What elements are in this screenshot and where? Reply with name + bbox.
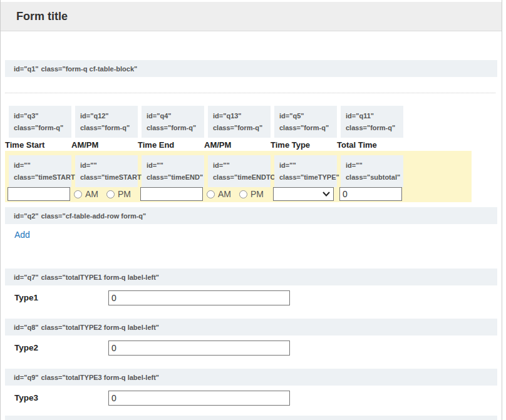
cell-subtotal: id="" class="subtotal" [337,155,403,187]
type2-label: Type2 [5,343,108,352]
add-row-link[interactable]: Add [14,229,30,240]
class-attr-text: class="form-q cf-table-block" [41,65,137,73]
column-header-time-end: Time End [138,140,204,151]
type1-label: Type1 [5,293,108,302]
column-header-time-start: Time Start [5,140,71,151]
id-attr-text: id="" [213,160,271,172]
id-attr-text: id="q1" [14,65,38,73]
next-block-id-label-partial [5,416,497,420]
type2-total-input[interactable] [108,341,290,356]
class-attr-text: class="form-q" [14,122,71,134]
am-radio-label: AM [85,189,98,199]
cell-time-start-tod: id="" class="timeSTARTTOD" [71,155,138,187]
total-type2-row: Type2 [5,340,497,356]
class-attr-text: class="form-q" [80,122,138,134]
form-content: id="q1" class="form-q cf-table-block" id… [1,60,502,420]
column-header-total-time: Total Time [337,140,403,151]
id-attr-text: id="" [147,160,204,172]
am-option-start[interactable]: AM [74,189,98,199]
class-attr-text: class="form-q" [213,122,271,134]
column-id-label: id="q3" class="form-q" [9,106,71,138]
type1-total-input[interactable] [108,290,290,305]
class-attr-text: class="timeSTARTTOD" [80,172,138,183]
total-type2-section: id="q8" class="totalTYPE2 form-q label-l… [5,319,497,356]
pm-option-end[interactable]: PM [239,189,264,199]
class-attr-text: class="totalTYPE2 form-q label-left" [41,324,159,331]
pm-radio-label: PM [118,189,131,199]
ctl-time-start-tod: AM PM [71,189,138,199]
cell-id-labels: id="" class="timeSTART" id="" class="tim… [5,155,472,187]
am-radio-end[interactable] [207,190,215,198]
cell-id-label: id="" class="timeEND" [142,155,204,187]
form-header: Form title [1,2,502,31]
class-attr-text: class="timeSTART" [14,172,71,183]
id-attr-text: id="q3" [14,110,71,122]
time-type-select[interactable] [273,187,334,201]
time-start-input[interactable] [8,187,70,201]
id-attr-text: id="" [14,160,71,172]
ctl-time-start [5,187,71,201]
type3-total-input[interactable] [108,391,290,406]
id-attr-text: id="q12" [80,110,138,122]
column-id-label: id="q12" class="form-q" [75,106,138,138]
form-page: Form title id="q1" class="form-q cf-tabl… [0,0,502,420]
row-controls: AM PM AM [5,187,472,201]
time-start-tod-radios: AM PM [74,189,131,199]
column-id-label: id="q13" class="form-q" [208,106,271,138]
id-attr-text: id="" [279,160,337,172]
column-am-pm-start: id="q12" class="form-q" AM/PM [71,106,138,151]
id-attr-text: id="" [80,160,138,172]
block-id-label-q9: id="q9" class="totalTYPE3 form-q label-l… [5,369,497,386]
cell-time-end-tod: id="" class="timeENDTOD" [204,155,271,187]
cell-id-label: id="" class="timeENDTOD" [208,155,271,187]
table-column-headers: id="q3" class="form-q" Time Start id="q1… [5,106,497,151]
class-attr-text: class="timeENDTOD" [213,172,271,183]
id-attr-text: id="q7" [14,274,38,281]
class-attr-text: class="form-q" [147,122,204,134]
pm-radio-label: PM [250,189,264,199]
pm-option-start[interactable]: PM [106,189,131,199]
column-header-am-pm-start: AM/PM [71,140,138,151]
column-time-type: id="q5" class="form-q" Time Type [271,106,337,151]
id-attr-text: id="q8" [14,324,38,331]
cell-time-type: id="" class="timeTYPE" [271,155,337,187]
class-attr-text: class="timeEND" [147,172,204,183]
time-type-select-wrap [273,187,334,201]
column-header-time-type: Time Type [271,140,337,151]
class-attr-text: class="totalTYPE1 form-q label-left" [41,274,159,281]
column-time-start: id="q3" class="form-q" Time Start [5,106,71,151]
class-attr-text: class="timeTYPE" [279,172,337,183]
block-id-label-q8: id="q8" class="totalTYPE2 form-q label-l… [5,319,497,335]
cell-id-label: id="" class="timeSTART" [9,155,71,187]
id-attr-text: id="q9" [14,374,38,381]
column-id-label: id="q5" class="form-q" [274,106,337,138]
am-radio-label: AM [218,189,231,199]
total-type3-row: Type3 [5,390,497,406]
class-attr-text: class="form-q" [346,122,403,134]
cell-time-start: id="" class="timeSTART" [5,155,71,187]
subtotal-input[interactable] [339,187,402,201]
block-id-label-q1: id="q1" class="form-q cf-table-block" [5,60,497,77]
page-title: Form title [16,10,68,23]
type3-label: Type3 [5,393,108,402]
column-id-label: id="q4" class="form-q" [142,106,204,138]
id-attr-text: id="q2" [14,212,38,220]
table-entry-row: id="" class="timeSTART" id="" class="tim… [5,151,472,202]
am-option-end[interactable]: AM [207,189,231,199]
am-radio-start[interactable] [74,190,82,198]
cell-id-label: id="" class="timeTYPE" [274,155,337,187]
block-id-label-q7: id="q7" class="totalTYPE1 form-q label-l… [5,269,497,285]
column-total-time: id="q11" class="form-q" Total Time [337,106,403,151]
column-am-pm-end: id="q13" class="form-q" AM/PM [204,106,271,151]
column-time-end: id="q4" class="form-q" Time End [138,106,204,151]
ctl-subtotal [337,187,403,201]
cell-time-end: id="" class="timeEND" [138,155,204,187]
pm-radio-end[interactable] [239,190,247,198]
class-attr-text: class="totalTYPE3 form-q label-left" [41,374,159,381]
pm-radio-start[interactable] [106,190,115,198]
total-type3-section: id="q9" class="totalTYPE3 form-q label-l… [5,369,497,406]
dotted-separator [5,93,495,93]
time-end-input[interactable] [140,187,203,201]
id-attr-text: id="q5" [279,110,337,122]
total-type1-section: id="q7" class="totalTYPE1 form-q label-l… [5,269,497,305]
